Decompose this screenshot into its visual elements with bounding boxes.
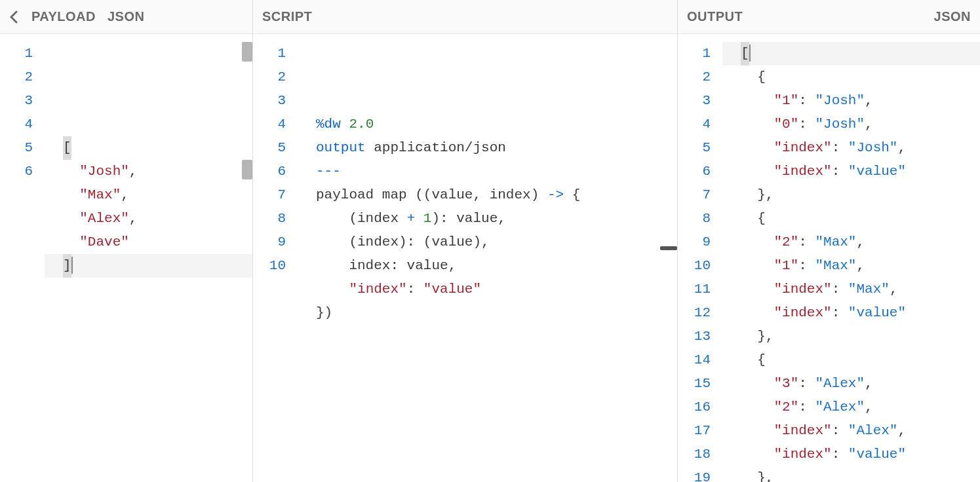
code-line[interactable]: { — [722, 207, 980, 231]
code-line[interactable]: "index": "Max", — [722, 278, 980, 301]
script-title: SCRIPT — [262, 9, 312, 24]
code-line[interactable]: "index": "Alex", — [722, 419, 980, 443]
code-line[interactable]: { — [722, 65, 980, 89]
back-icon[interactable] — [9, 10, 18, 24]
payload-title: PAYLOAD — [31, 9, 96, 24]
code-line[interactable]: }, — [722, 183, 980, 207]
code-line[interactable]: --- — [298, 160, 677, 183]
code-line[interactable]: ] — [45, 254, 252, 278]
script-editor[interactable]: 12345678910 %dw 2.0output application/js… — [253, 34, 677, 482]
code-line[interactable]: (index): (value), — [298, 231, 677, 254]
output-code[interactable]: [ { "1": "Josh", "0": "Josh", "index": "… — [722, 34, 980, 482]
code-line[interactable]: [ — [45, 136, 252, 160]
code-line[interactable]: payload map ((value, index) -> { — [298, 183, 677, 207]
app-container: PAYLOAD JSON 123456 [ "Josh", "Max", "Al… — [0, 0, 980, 482]
code-line[interactable]: "index": "value" — [722, 160, 980, 183]
code-line[interactable]: }, — [722, 466, 980, 482]
code-line[interactable]: "2": "Max", — [722, 231, 980, 254]
code-line[interactable]: "Max", — [45, 183, 252, 207]
payload-editor[interactable]: 123456 [ "Josh", "Max", "Alex", "Dave"] — [0, 34, 252, 482]
payload-gutter: 123456 — [0, 34, 45, 482]
code-line[interactable]: "Dave" — [45, 231, 252, 254]
payload-panel: PAYLOAD JSON 123456 [ "Josh", "Max", "Al… — [0, 0, 253, 482]
code-line[interactable]: "Josh", — [45, 160, 252, 183]
code-line[interactable]: "index": "value" — [722, 301, 980, 325]
code-line[interactable]: "index": "value" — [298, 278, 677, 301]
script-code[interactable]: %dw 2.0output application/json---payload… — [298, 34, 677, 482]
code-line[interactable]: { — [722, 348, 980, 372]
output-title: OUTPUT — [687, 9, 743, 24]
code-line[interactable]: index: value, — [298, 254, 677, 278]
code-line[interactable]: "Alex", — [45, 207, 252, 231]
code-line[interactable]: }) — [298, 301, 677, 325]
scrollbar-thumb[interactable] — [242, 42, 252, 62]
code-line[interactable]: "1": "Max", — [722, 254, 980, 278]
payload-header: PAYLOAD JSON — [0, 0, 252, 34]
payload-code[interactable]: [ "Josh", "Max", "Alex", "Dave"] — [45, 34, 252, 482]
code-line[interactable]: "3": "Alex", — [722, 372, 980, 396]
code-line[interactable]: "index": "value" — [722, 443, 980, 466]
code-line[interactable]: "index": "Josh", — [722, 136, 980, 160]
code-line[interactable]: "2": "Alex", — [722, 396, 980, 419]
code-line[interactable]: output application/json — [298, 136, 677, 160]
code-line[interactable]: %dw 2.0 — [298, 113, 677, 136]
output-editor[interactable]: 12345678910111213141516171819 [ { "1": "… — [678, 34, 980, 482]
code-line[interactable]: (index + 1): value, — [298, 207, 677, 231]
payload-format-label[interactable]: JSON — [108, 9, 144, 24]
code-line[interactable]: "1": "Josh", — [722, 89, 980, 113]
script-panel: SCRIPT 12345678910 %dw 2.0output applica… — [253, 0, 678, 482]
script-gutter: 12345678910 — [253, 34, 298, 482]
code-line[interactable]: "0": "Josh", — [722, 113, 980, 136]
code-line[interactable]: }, — [722, 325, 980, 348]
output-gutter: 12345678910111213141516171819 — [678, 34, 722, 482]
output-format-label[interactable]: JSON — [934, 9, 971, 24]
output-header: OUTPUT JSON — [678, 0, 980, 34]
script-header: SCRIPT — [253, 0, 677, 34]
output-panel: OUTPUT JSON 1234567891011121314151617181… — [678, 0, 980, 482]
code-line[interactable]: [ — [722, 42, 980, 65]
